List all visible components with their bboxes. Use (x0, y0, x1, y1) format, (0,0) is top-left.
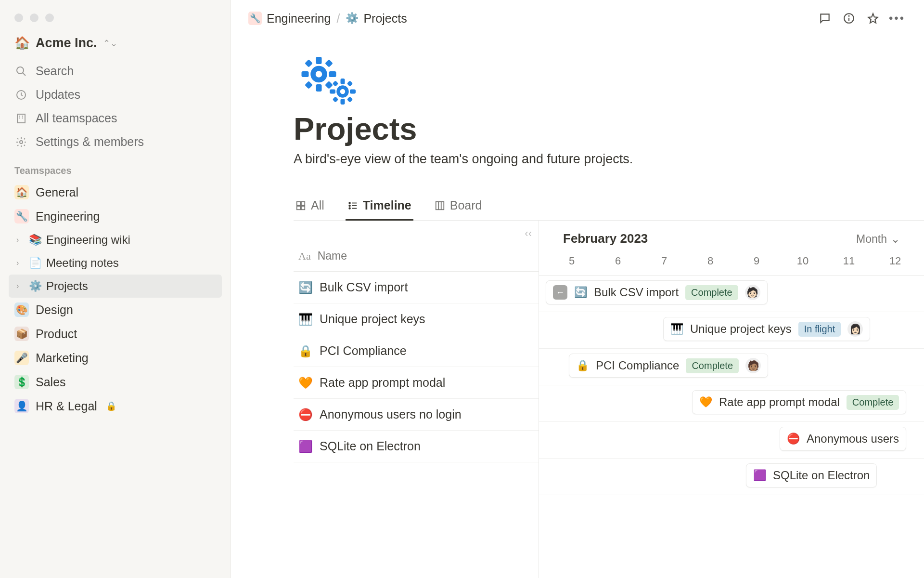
wrench-icon: 🔧 (14, 209, 29, 223)
status-badge: Complete (685, 285, 738, 300)
timeline-row[interactable]: 🎹Unique project keysIn flight👩🏻 (539, 312, 924, 349)
timeline-scale-select[interactable]: Month ⌄ (856, 233, 900, 246)
timeline-bar[interactable]: 🧡Rate app prompt modalComplete (692, 390, 906, 414)
timeline-bar[interactable]: 🎹Unique project keysIn flight👩🏻 (663, 317, 870, 341)
svg-rect-27 (347, 80, 353, 87)
breadcrumb: 🔧 Engineering / ⚙️ Projects (248, 12, 407, 26)
bar-icon: 🧡 (699, 396, 712, 408)
gears-icon: ⚙️ (346, 12, 359, 25)
palette-icon: 🎨 (14, 302, 29, 317)
breadcrumb-parent-label: Engineering (267, 12, 331, 26)
teamspace-engineering[interactable]: 🔧 Engineering (0, 204, 231, 228)
timeline-row[interactable]: ⛔Anonymous users (539, 422, 924, 459)
status-badge: Complete (847, 395, 899, 410)
nav-search[interactable]: Search (0, 59, 231, 83)
workspace-switcher[interactable]: 🏠 Acme Inc. ⌃⌄ (0, 32, 231, 59)
teamspace-label: Engineering (36, 210, 100, 223)
name-row[interactable]: 🧡Rate app prompt modal (294, 367, 539, 399)
status-badge: In flight (798, 322, 841, 337)
page-label: Projects (46, 279, 88, 293)
svg-point-21 (338, 87, 347, 96)
timeline-bar[interactable]: 🔒PCI ComplianceComplete🧑🏽 (569, 354, 768, 378)
svg-rect-16 (329, 71, 336, 77)
avatar: 🧑🏻 (745, 285, 760, 300)
main-content: 🔧 Engineering / ⚙️ Projects ••• (231, 0, 924, 578)
page-subtitle[interactable]: A bird's-eye view of the team's ongoing … (294, 152, 924, 167)
page-title[interactable]: Projects (294, 111, 924, 147)
timeline-day: 7 (641, 255, 687, 267)
svg-rect-31 (301, 201, 305, 205)
bar-title: Anonymous users (807, 432, 899, 446)
nav-all-teamspaces-label: All teamspaces (36, 111, 117, 125)
name-row[interactable]: 🟪SQLite on Electron (294, 431, 539, 462)
chevron-right-icon[interactable]: › (16, 282, 24, 290)
chevron-right-icon[interactable]: › (16, 259, 24, 267)
nav-updates[interactable]: Updates (0, 83, 231, 106)
page-label: Engineering wiki (46, 233, 130, 247)
sidebar-page-engineering-wiki[interactable]: › 📚 Engineering wiki (0, 228, 231, 251)
nav-settings[interactable]: Settings & members (0, 130, 231, 154)
wrench-icon: 🔧 (248, 12, 262, 25)
sidebar-page-meeting-notes[interactable]: › 📄 Meeting notes (0, 251, 231, 275)
timeline-row[interactable]: ←🔄Bulk CSV importComplete🧑🏻 (539, 276, 924, 312)
teamspace-general[interactable]: 🏠 General (0, 180, 231, 204)
maximize-window[interactable] (45, 13, 54, 22)
row-icon: 🔒 (298, 344, 313, 358)
home-icon: 🏠 (14, 185, 29, 199)
teamspace-design[interactable]: 🎨 Design (0, 298, 231, 322)
svg-rect-17 (305, 59, 313, 67)
topbar: 🔧 Engineering / ⚙️ Projects ••• (231, 0, 924, 37)
tab-label: Timeline (363, 198, 411, 212)
timeline-bar[interactable]: ←🔄Bulk CSV importComplete🧑🏻 (546, 280, 768, 304)
svg-rect-13 (316, 57, 322, 64)
page-body: Projects A bird's-eye view of the team's… (231, 37, 924, 578)
name-row[interactable]: 🔄Bulk CSV import (294, 272, 539, 303)
nav-settings-label: Settings & members (36, 135, 144, 149)
timeline-row[interactable]: 🧡Rate app prompt modalComplete (539, 385, 924, 422)
bar-icon: 🎹 (670, 323, 683, 335)
bar-icon: 🟪 (753, 469, 766, 482)
timeline-bar[interactable]: ⛔Anonymous users (780, 427, 906, 451)
teamspace-sales[interactable]: 💲 Sales (0, 370, 231, 394)
nav-all-teamspaces[interactable]: All teamspaces (0, 106, 231, 130)
row-icon: 🟪 (298, 440, 313, 453)
svg-rect-20 (325, 81, 333, 89)
view-tab-timeline[interactable]: Timeline (346, 194, 413, 221)
timeline-row[interactable]: 🟪SQLite on Electron (539, 459, 924, 495)
timeline-bar[interactable]: 🟪SQLite on Electron (746, 463, 877, 487)
view-tab-all[interactable]: All (294, 194, 326, 221)
svg-rect-23 (341, 99, 345, 105)
page-icon[interactable] (294, 51, 924, 111)
breadcrumb-current[interactable]: ⚙️ Projects (346, 12, 407, 26)
timeline-day: 10 (780, 255, 826, 267)
name-row[interactable]: 🎹Unique project keys (294, 303, 539, 335)
package-icon: 📦 (14, 327, 29, 341)
teamspace-marketing[interactable]: 🎤 Marketing (0, 346, 231, 370)
svg-rect-3 (17, 114, 25, 123)
view-tab-board[interactable]: Board (433, 194, 484, 221)
timeline-day: 11 (826, 255, 872, 267)
svg-point-38 (349, 208, 350, 209)
bar-icon: 🔒 (576, 359, 589, 372)
teamspace-label: Sales (36, 375, 66, 389)
teamspace-hr-legal[interactable]: 👤 HR & Legal 🔒 (0, 394, 231, 418)
timeline-header: February 2023 Month ⌄ (539, 221, 924, 246)
collapse-column-button[interactable]: ‹‹ (525, 227, 532, 240)
info-button[interactable] (839, 9, 859, 28)
favorite-button[interactable] (863, 9, 883, 28)
comments-button[interactable] (815, 9, 834, 28)
close-window[interactable] (14, 13, 23, 22)
back-arrow-icon[interactable]: ← (553, 285, 567, 300)
more-button[interactable]: ••• (887, 9, 907, 28)
teamspace-product[interactable]: 📦 Product (0, 322, 231, 346)
minimize-window[interactable] (30, 13, 38, 22)
timeline-row[interactable]: 🔒PCI ComplianceComplete🧑🏽 (539, 349, 924, 385)
svg-rect-30 (297, 201, 300, 205)
name-row[interactable]: ⛔Anonymous users no login (294, 399, 539, 431)
chevron-right-icon[interactable]: › (16, 236, 24, 244)
breadcrumb-current-label: Projects (363, 12, 407, 26)
sidebar-page-projects[interactable]: › ⚙️ Projects (9, 275, 222, 298)
bar-title: Bulk CSV import (594, 286, 679, 299)
breadcrumb-parent[interactable]: 🔧 Engineering (248, 12, 331, 26)
name-row[interactable]: 🔒PCI Compliance (294, 335, 539, 367)
